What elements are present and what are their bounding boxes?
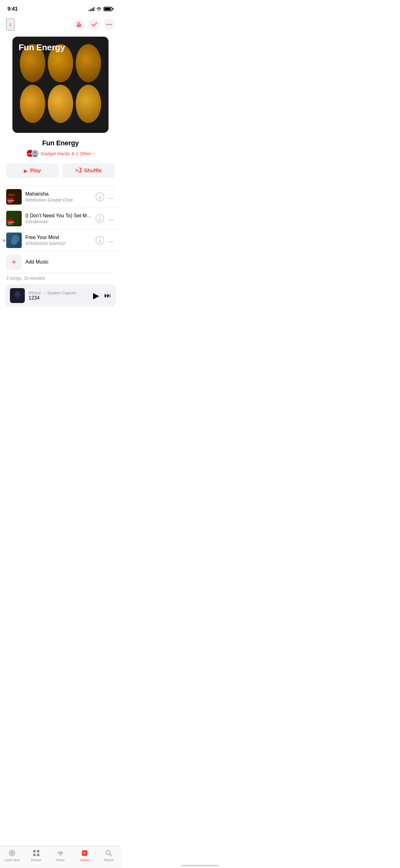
- song-artist: Retribution Gospel Choir: [26, 197, 92, 203]
- svg-point-27: [113, 219, 114, 220]
- song-item[interactable]: RGC GADGET HACKS Maharisha Retribution G…: [0, 186, 121, 208]
- playlist-info: Fun Energy GADGET Gadget Hacks: [0, 139, 121, 162]
- song-count: 3 songs, 10 minutes: [0, 273, 121, 284]
- mini-player-thumbnail: [10, 288, 25, 303]
- mini-player-info: iPhone → System Capture 1234: [29, 290, 89, 301]
- svg-point-17: [109, 197, 110, 199]
- song-info: Free Your Mind ATARASHII GAKKO!: [26, 235, 92, 246]
- status-time: 9:41: [7, 6, 18, 12]
- authors-text: Gadget Hacks & 1 Other: [41, 151, 91, 156]
- add-music-item[interactable]: + Add Music: [0, 251, 121, 273]
- battery-icon: [104, 7, 113, 11]
- song-thumbnail: [6, 232, 22, 248]
- more-options-button[interactable]: [108, 215, 115, 222]
- other-avatar: [31, 150, 39, 157]
- circle-4: [20, 85, 45, 123]
- shuffle-label: Shuffle: [84, 168, 102, 174]
- checkmark-icon: [92, 22, 97, 27]
- song-actions: [96, 192, 115, 201]
- shuffle-icon: [75, 168, 81, 174]
- play-button[interactable]: ▶ Play: [6, 163, 59, 178]
- nav-actions: [74, 19, 115, 30]
- download-button[interactable]: [96, 236, 104, 245]
- song-actions: [96, 236, 115, 245]
- song-thumbnail: GADGET HACKS: [6, 211, 22, 226]
- circle-6: [76, 85, 101, 123]
- svg-text:HACKS: HACKS: [8, 223, 12, 225]
- add-friends-button[interactable]: [74, 19, 85, 30]
- author-avatars: GADGET: [26, 150, 39, 157]
- mini-player-track: 1234: [29, 295, 89, 301]
- svg-point-25: [109, 219, 110, 220]
- wifi-icon: [96, 7, 102, 11]
- svg-point-26: [111, 219, 112, 220]
- svg-point-4: [107, 24, 108, 25]
- nav-bar: ‹: [0, 16, 121, 34]
- svg-point-0: [77, 22, 79, 24]
- song-artist: ATARASHII GAKKO!: [26, 241, 92, 246]
- mini-forward-button[interactable]: ⏭: [104, 291, 111, 300]
- play-icon: ▶: [24, 168, 28, 174]
- back-button[interactable]: ‹: [6, 19, 14, 30]
- song-title: (I Don't Need You To) Set Me Free: [26, 213, 92, 219]
- album-art-container: Fun Energy: [0, 34, 121, 139]
- song-item[interactable]: GADGET HACKS (I Don't Need You To) Set M…: [0, 208, 121, 229]
- more-icon: [106, 22, 112, 27]
- playlist-authors[interactable]: GADGET Gadget Hacks & 1 Other ›: [7, 150, 113, 157]
- action-buttons: ▶ Play Shuffle: [0, 162, 121, 186]
- download-button[interactable]: [96, 214, 104, 223]
- play-label: Play: [30, 168, 41, 174]
- mini-player[interactable]: iPhone → System Capture 1234 ▶ ⏭: [5, 284, 116, 307]
- svg-point-32: [109, 241, 110, 242]
- album-art: Fun Energy: [12, 37, 108, 133]
- playlist-title: Fun Energy: [7, 139, 113, 147]
- mini-play-button[interactable]: ▶: [93, 291, 99, 301]
- add-music-label: Add Music: [26, 259, 49, 265]
- svg-point-33: [111, 241, 112, 242]
- svg-point-34: [113, 241, 114, 242]
- song-item[interactable]: ★ Free Your Mind ATARAS: [0, 229, 121, 251]
- svg-point-5: [108, 24, 110, 25]
- shuffle-button[interactable]: Shuffle: [62, 163, 115, 178]
- more-options-button[interactable]: [108, 237, 115, 244]
- status-icons: [89, 7, 113, 11]
- add-icon: +: [6, 254, 22, 270]
- svg-point-19: [113, 197, 114, 199]
- svg-point-31: [11, 239, 17, 245]
- star-indicator: ★: [2, 238, 6, 243]
- svg-point-6: [111, 24, 112, 25]
- svg-point-36: [15, 291, 20, 296]
- status-bar: 9:41: [0, 0, 121, 16]
- svg-text:RGC: RGC: [9, 193, 15, 196]
- circle-5: [48, 85, 73, 123]
- mini-player-source: iPhone → System Capture: [29, 290, 89, 295]
- song-list: RGC GADGET HACKS Maharisha Retribution G…: [0, 186, 121, 273]
- song-title: Maharisha: [26, 191, 92, 197]
- song-actions: [96, 214, 115, 223]
- song-info: Maharisha Retribution Gospel Choir: [26, 191, 92, 203]
- song-info: (I Don't Need You To) Set Me Free Grinde…: [26, 213, 92, 224]
- add-friends-icon: [76, 22, 82, 27]
- circle-3: [76, 44, 101, 82]
- svg-text:HACKS: HACKS: [8, 202, 12, 203]
- song-thumbnail: RGC GADGET HACKS: [6, 189, 22, 205]
- done-button[interactable]: [89, 19, 100, 30]
- song-artist: Grinderman: [26, 219, 92, 224]
- more-button[interactable]: [104, 19, 115, 30]
- mini-player-controls: ▶ ⏭: [93, 291, 111, 301]
- more-options-button[interactable]: [108, 193, 115, 200]
- song-title: Free Your Mind: [26, 235, 92, 240]
- signal-icon: [89, 7, 94, 11]
- authors-chevron: ›: [93, 151, 95, 156]
- download-button[interactable]: [96, 192, 104, 201]
- mini-player-art: [10, 288, 25, 303]
- svg-point-10: [34, 152, 36, 154]
- svg-point-18: [111, 197, 112, 199]
- album-art-title: Fun Energy: [19, 42, 65, 53]
